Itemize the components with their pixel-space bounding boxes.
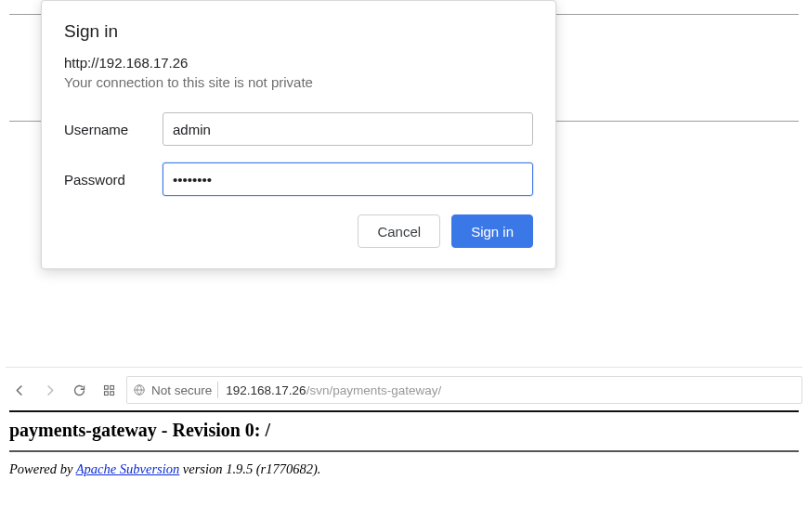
horizontal-rule bbox=[9, 410, 799, 412]
dialog-title: Sign in bbox=[64, 21, 533, 42]
svg-rect-1 bbox=[110, 385, 113, 389]
horizontal-rule bbox=[9, 450, 799, 452]
address-bar[interactable]: Not secure 192.168.17.26/svn/payments-ga… bbox=[126, 376, 802, 404]
username-input[interactable] bbox=[163, 112, 533, 146]
forward-icon[interactable] bbox=[41, 382, 58, 398]
cancel-button[interactable]: Cancel bbox=[358, 214, 440, 248]
footer-prefix: Powered by bbox=[9, 461, 76, 476]
password-row: Password bbox=[64, 162, 533, 196]
password-input[interactable] bbox=[163, 162, 533, 196]
browser-toolbar: Not secure 192.168.17.26/svn/payments-ga… bbox=[6, 367, 802, 407]
back-icon[interactable] bbox=[11, 382, 28, 398]
globe-icon bbox=[133, 383, 146, 396]
repo-page: payments-gateway - Revision 0: / Powered… bbox=[9, 410, 799, 477]
username-row: Username bbox=[64, 112, 533, 146]
dialog-buttons: Cancel Sign in bbox=[64, 214, 533, 248]
svg-rect-2 bbox=[104, 391, 108, 395]
signin-button[interactable]: Sign in bbox=[451, 214, 533, 248]
omnibox-separator bbox=[217, 382, 218, 398]
apps-grid-icon[interactable] bbox=[100, 382, 117, 398]
svg-rect-3 bbox=[110, 391, 113, 395]
footer-suffix: version 1.9.5 (r1770682). bbox=[179, 461, 320, 476]
repo-heading: payments-gateway - Revision 0: / bbox=[9, 420, 799, 441]
svg-rect-0 bbox=[104, 385, 108, 389]
dialog-warning: Your connection to this site is not priv… bbox=[64, 74, 533, 90]
apache-subversion-link[interactable]: Apache Subversion bbox=[76, 461, 180, 476]
repo-footer: Powered by Apache Subversion version 1.9… bbox=[9, 461, 799, 477]
dialog-origin: http://192.168.17.26 bbox=[64, 55, 533, 71]
http-auth-dialog: Sign in http://192.168.17.26 Your connec… bbox=[41, 0, 556, 269]
url-path: /svn/payments-gateway/ bbox=[306, 383, 442, 397]
reload-icon[interactable] bbox=[71, 382, 87, 398]
security-label: Not secure bbox=[151, 383, 212, 397]
nav-icons bbox=[6, 382, 126, 398]
username-label: Username bbox=[64, 122, 163, 137]
url-host: 192.168.17.26 bbox=[226, 383, 306, 397]
password-label: Password bbox=[64, 172, 163, 188]
